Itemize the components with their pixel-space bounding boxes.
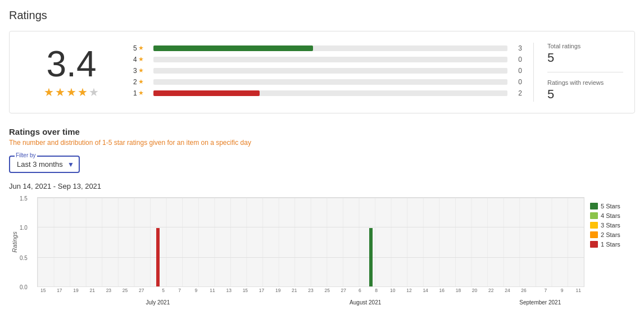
bar-track-3: [153, 68, 507, 74]
bar-row-1: 1 ★ 2: [133, 89, 522, 97]
x-month-august: August 2021: [350, 299, 381, 306]
x-tick-17: 17: [57, 288, 62, 293]
y-label-1-0: 1.0: [20, 225, 28, 231]
x-axis-ticks: 15 17 19 21 23 25 27 July 2021 5 7 9 11 …: [38, 288, 584, 297]
x-tick-27a: 27: [139, 288, 144, 293]
x-tick-12b: 12: [406, 288, 411, 293]
bar-row-5: 5 ★ 3: [133, 44, 522, 52]
bar-label-text-5: 5: [133, 44, 137, 52]
bar-row-2: 2 ★ 0: [133, 78, 522, 86]
total-ratings-label: Total ratings: [547, 43, 623, 49]
big-score-section: 3.4 ★ ★ ★ ★ ★: [21, 46, 122, 99]
over-time-title: Ratings over time: [9, 127, 635, 136]
star-4: ★: [78, 85, 88, 99]
star-2: ★: [55, 85, 65, 99]
bar-row-3: 3 ★ 0: [133, 67, 522, 75]
chart-legend: 5 Stars 4 Stars 3 Stars 2 Stars 1 Stars: [590, 197, 635, 315]
total-ratings-value: 5: [547, 51, 623, 65]
bar-track-1: [153, 90, 507, 96]
x-tick-22b: 22: [488, 288, 493, 293]
bar-fill-5: [153, 45, 313, 51]
x-tick-21a: 21: [292, 288, 297, 293]
y-label-1-5: 1.5: [20, 195, 28, 202]
bar-count-1: 2: [511, 89, 522, 97]
legend-1stars: 1 Stars: [590, 241, 635, 248]
legend-label-5stars: 5 Stars: [601, 203, 620, 209]
legend-color-1stars: [590, 241, 598, 248]
x-tick-10b: 10: [390, 288, 395, 293]
over-time-subtitle: The number and distribution of 1-5 star …: [9, 139, 635, 147]
bar-track-4: [153, 57, 507, 62]
star-3: ★: [66, 85, 76, 99]
totals-divider: [547, 72, 623, 72]
ratings-bars: 5 ★ 3 4 ★ 0 3 ★: [122, 44, 533, 101]
x-tick-23: 23: [106, 288, 111, 293]
bar-fill-1: [153, 90, 260, 96]
y-label-0-5: 0.5: [20, 254, 28, 261]
filter-legend-label: Filter by: [15, 152, 37, 158]
bar-label-4: 4 ★: [133, 56, 150, 63]
bar-star-2: ★: [138, 78, 144, 85]
x-tick-5a: 5: [162, 288, 165, 293]
legend-label-4stars: 4 Stars: [601, 212, 620, 219]
bar-star-3: ★: [138, 67, 144, 74]
x-tick-19: 19: [73, 288, 78, 293]
y-axis-label-container: Ratings: [9, 197, 20, 287]
x-tick-25: 25: [123, 288, 128, 293]
ratings-reviews-label: Ratings with reviews: [547, 79, 623, 86]
chart-bar-red: [156, 228, 160, 286]
bar-star-5: ★: [138, 44, 144, 52]
legend-color-4stars: [590, 212, 598, 219]
average-score: 3.4: [21, 46, 122, 82]
bar-track-5: [153, 45, 507, 51]
bar-label-3: 3 ★: [133, 67, 150, 75]
x-tick-26b: 26: [521, 288, 526, 293]
filter-select[interactable]: Last 3 months Last 6 months Last year Al…: [17, 160, 72, 168]
y-label-0-0: 0.0: [20, 284, 28, 290]
bar-count-2: 0: [511, 78, 522, 86]
x-tick-25a: 25: [324, 288, 329, 293]
chart-wrapper: Ratings 1.5 1.0 0.5 0.0: [9, 197, 584, 315]
bar-count-4: 0: [511, 56, 522, 63]
legend-color-5stars: [590, 203, 598, 209]
legend-3stars: 3 Stars: [590, 222, 635, 229]
x-tick-21: 21: [89, 288, 94, 293]
star-1: ★: [44, 85, 54, 99]
x-tick-7a: 7: [178, 288, 181, 293]
date-range: Jun 14, 2021 - Sep 13, 2021: [9, 182, 635, 190]
stars-display: ★ ★ ★ ★ ★: [21, 85, 122, 99]
x-tick-9a: 9: [195, 288, 198, 293]
totals-section: Total ratings 5 Ratings with reviews 5: [533, 43, 623, 102]
legend-label-2stars: 2 Stars: [601, 231, 620, 238]
vertical-gridlines: [38, 198, 584, 286]
ratings-card: 3.4 ★ ★ ★ ★ ★ 5 ★ 3 4 ★: [9, 31, 635, 113]
bar-label-text-1: 1: [133, 89, 137, 97]
x-tick-24b: 24: [505, 288, 510, 293]
x-tick-8b: 8: [375, 288, 378, 293]
bar-label-text-2: 2: [133, 78, 137, 86]
x-tick-15: 15: [40, 288, 46, 293]
bar-count-5: 3: [511, 44, 522, 52]
x-tick-7c: 7: [545, 288, 547, 293]
bar-star-1: ★: [138, 89, 144, 97]
x-tick-15a: 15: [243, 288, 248, 293]
gridline-0-0: 0.0: [38, 286, 584, 287]
legend-label-3stars: 3 Stars: [601, 222, 620, 229]
x-tick-9c: 9: [561, 288, 564, 293]
x-tick-17a: 17: [259, 288, 264, 293]
x-tick-14b: 14: [423, 288, 428, 293]
x-tick-11c: 11: [576, 288, 581, 293]
x-tick-20b: 20: [472, 288, 477, 293]
page-title: Ratings: [9, 9, 635, 22]
bar-label-1: 1 ★: [133, 89, 150, 97]
bar-label-5: 5 ★: [133, 44, 150, 52]
x-tick-13a: 13: [226, 288, 231, 293]
x-month-september: September 2021: [519, 299, 561, 306]
filter-container: Filter by Last 3 months Last 6 months La…: [9, 156, 80, 173]
chart-bar-green: [369, 228, 373, 286]
legend-2stars: 2 Stars: [590, 231, 635, 238]
chart-area: Ratings 1.5 1.0 0.5 0.0: [9, 197, 635, 315]
bar-star-4: ★: [138, 56, 144, 63]
bar-label-text-4: 4: [133, 56, 137, 63]
bar-row-4: 4 ★ 0: [133, 56, 522, 63]
